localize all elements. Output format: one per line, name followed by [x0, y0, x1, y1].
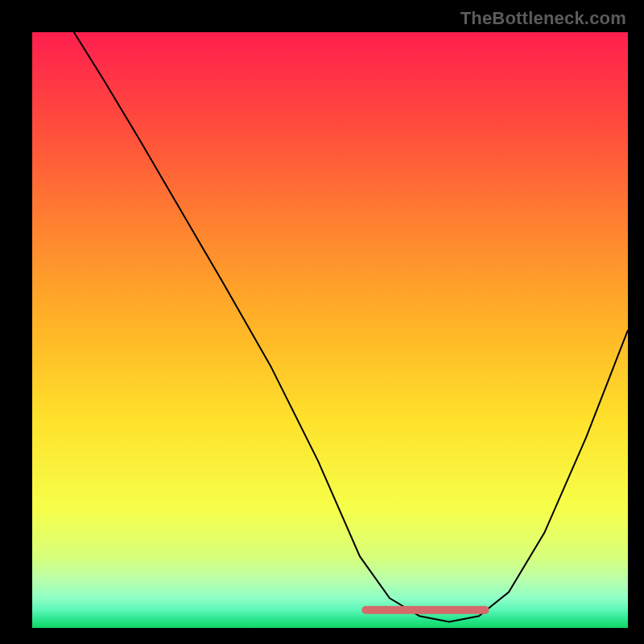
bottleneck-curve	[74, 32, 628, 622]
watermark-text: TheBottleneck.com	[460, 8, 626, 29]
bottleneck-curve-svg	[32, 32, 628, 628]
plot-area	[32, 32, 628, 628]
optimal-point-dot	[481, 606, 489, 614]
chart-frame: TheBottleneck.com	[0, 0, 644, 644]
